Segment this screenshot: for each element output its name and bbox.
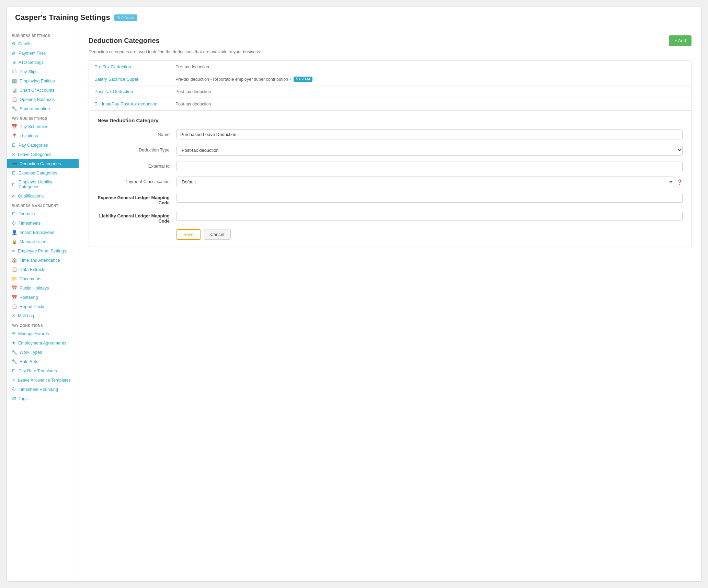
journal-icon: 🗒 [12, 211, 16, 216]
minus-icon: ➖ [12, 161, 17, 166]
expense-gl-input[interactable] [176, 193, 683, 203]
folder-icon: 📁 [12, 276, 17, 281]
sidebar-item-rostering[interactable]: 📅 Rostering [7, 293, 79, 302]
sidebar-item-rule-sets[interactable]: 🔧 Rule Sets [7, 357, 79, 366]
settings-icon: 🔧 [12, 106, 17, 111]
category-description: Post-tax deduction [175, 102, 211, 106]
content-description: Deduction categories are used to define … [89, 49, 692, 54]
help-icon[interactable]: ❓ [677, 179, 683, 185]
x-icon: ✕ [12, 152, 15, 157]
name-label: Name [98, 129, 176, 137]
add-button[interactable]: + Add [669, 35, 692, 46]
category-link[interactable]: EH InstaPay Post-tax deduction [94, 101, 170, 106]
external-id-input[interactable] [176, 161, 683, 171]
pay-conditions-label: PAY CONDITIONS [7, 320, 79, 329]
liability-gl-input[interactable] [176, 211, 683, 221]
sidebar-item-pay-categories[interactable]: 🗒 Pay Categories [7, 140, 79, 150]
table-row: Salary Sacrifice Super Pre-tax deduction… [89, 73, 691, 86]
expense-gl-label: Expense General Ledger Mapping Code [98, 193, 176, 205]
payment-classification-select[interactable]: Default [176, 177, 674, 187]
external-id-label: External Id [98, 161, 176, 169]
sidebar-item-qualifications[interactable]: ✔ Qualifications [7, 191, 79, 201]
sidebar-item-pay-schedules[interactable]: 📅 Pay Schedules [7, 122, 79, 131]
sidebar-item-opening-balances[interactable]: 📋 Opening Balances [7, 95, 79, 104]
sidebar-item-employee-portal-settings[interactable]: ✏ Employee Portal Settings [7, 246, 79, 256]
sidebar-item-details[interactable]: ⚙ Details [7, 39, 79, 48]
sidebar: BUSINESS SETTINGS ⚙ Details 🖨 Payment Fi… [7, 27, 79, 581]
form-buttons: Save Cancel [98, 229, 683, 240]
sidebar-item-documents[interactable]: 📁 Documents [7, 274, 79, 283]
category-link[interactable]: Post-Tax Deduction [94, 89, 170, 94]
liability-gl-label: Liability General Ledger Mapping Code [98, 211, 176, 224]
sidebar-item-locations[interactable]: 📍 Locations [7, 131, 79, 140]
holiday-icon: 📅 [12, 285, 17, 291]
sidebar-item-timesheets[interactable]: ⏱ Timesheets [7, 218, 79, 228]
sidebar-item-time-and-attendance[interactable]: 🏠 Time and Attendance [7, 256, 79, 265]
star-icon: ★ [12, 340, 16, 346]
portal-icon: ✏ [12, 248, 15, 253]
sidebar-item-timesheet-rounding[interactable]: ⏱ Timesheet Rounding [7, 385, 79, 394]
sidebar-item-employing-entities[interactable]: 🏢 Employing Entities [7, 76, 79, 86]
sidebar-item-employer-liability-categories[interactable]: 🗒 Employer Liability Categories [7, 178, 79, 191]
sidebar-item-leave-categories[interactable]: ✕ Leave Categories [7, 150, 79, 159]
sidebar-item-manage-awards[interactable]: ☰ Manage Awards [7, 329, 79, 338]
save-button[interactable]: Save [176, 229, 201, 240]
table-row: Pre-Tax Deduction Pre-tax deduction [89, 61, 691, 73]
rounding-icon: ⏱ [12, 387, 16, 392]
roster-icon: 📅 [12, 295, 17, 300]
form-title: New Deduction Category [98, 117, 683, 123]
category-link[interactable]: Salary Sacrifice Super [94, 77, 170, 82]
sidebar-item-mail-log[interactable]: ✉ Mail Log [7, 311, 79, 320]
category-link[interactable]: Pre-Tax Deduction [94, 64, 170, 69]
sidebar-item-expense-categories[interactable]: 🗒 Expense Categories [7, 168, 79, 178]
payment-classification-row: Payment Classification Default ❓ [98, 177, 683, 187]
mail-icon: ✉ [12, 313, 15, 318]
main-content: Deduction Categories + Add Deduction cat… [79, 27, 701, 581]
sidebar-item-work-types[interactable]: 🔧 Work Types [7, 348, 79, 357]
expense-gl-row: Expense General Ledger Mapping Code [98, 193, 683, 205]
category-description: Pre-tax deduction • Reportable employer … [175, 77, 312, 82]
check-icon: ✔ [12, 193, 15, 199]
rate-icon: 🗒 [12, 368, 16, 373]
calendar-icon: 📅 [12, 124, 17, 129]
sidebar-item-employment-agreements[interactable]: ★ Employment Agreements [7, 338, 79, 348]
business-settings-label: BUSINESS SETTINGS [7, 31, 79, 39]
sidebar-item-report-packs[interactable]: 📋 Report Packs [7, 302, 79, 311]
location-icon: 📍 [12, 133, 17, 138]
external-id-row: External Id [98, 161, 683, 171]
categories-box: Pre-Tax Deduction Pre-tax deduction Sala… [89, 60, 692, 247]
deduction-type-select[interactable]: Pre-tax deduction Post-tax deduction Oth… [176, 145, 683, 156]
cancel-button[interactable]: Cancel [204, 229, 231, 240]
sidebar-item-import-employees[interactable]: 👤 Import Employees [7, 228, 79, 237]
sidebar-item-public-holidays[interactable]: 📅 Public Holidays [7, 283, 79, 293]
sidebar-item-data-extracts[interactable]: 📋 Data Extracts [7, 265, 79, 274]
notes-badge[interactable]: ✎ 0 Notes [114, 14, 137, 21]
sidebar-item-journals[interactable]: 🗒 Journals [7, 209, 79, 218]
printer-icon: 🖨 [12, 50, 16, 56]
building-icon: 🏢 [12, 78, 17, 83]
monitor-icon: 🖥 [12, 60, 16, 65]
expense-icon: 🗒 [12, 170, 16, 176]
sidebar-item-tags[interactable]: 🏷 Tags [7, 394, 79, 403]
extract-icon: 📋 [12, 267, 17, 272]
sidebar-item-chart-of-accounts[interactable]: 📊 Chart Of Accounts [7, 86, 79, 95]
rules-icon: 🔧 [12, 359, 17, 364]
sidebar-item-superannuation[interactable]: 🔧 Superannuation [7, 104, 79, 113]
name-row: Name [98, 129, 683, 139]
sidebar-item-leave-allowance-templates[interactable]: ✕ Leave Allowance Templates [7, 375, 79, 385]
content-title: Deduction Categories [89, 37, 160, 45]
notes-icon: ✎ [117, 15, 120, 20]
liability-icon: 🗒 [12, 182, 16, 187]
sidebar-item-ato-settings[interactable]: 🖥 ATO Settings [7, 58, 79, 67]
sidebar-item-deduction-categories[interactable]: ➖ Deduction Categories [7, 159, 79, 168]
name-input[interactable] [176, 129, 683, 139]
sidebar-item-pay-slips[interactable]: 📄 Pay Slips [7, 67, 79, 76]
report-icon: 📋 [12, 304, 17, 309]
sidebar-item-payment-files[interactable]: 🖨 Payment Files [7, 48, 79, 58]
deduction-type-row: Deduction Type Pre-tax deduction Post-ta… [98, 145, 683, 156]
sidebar-item-manage-users[interactable]: 🔒 Manage Users [7, 237, 79, 246]
payment-classification-label: Payment Classification [98, 177, 176, 184]
page-title: Casper's Training Settings [15, 13, 110, 22]
sidebar-item-pay-rate-templates[interactable]: 🗒 Pay Rate Templates [7, 366, 79, 375]
category-description: Pre-tax deduction [175, 65, 209, 69]
